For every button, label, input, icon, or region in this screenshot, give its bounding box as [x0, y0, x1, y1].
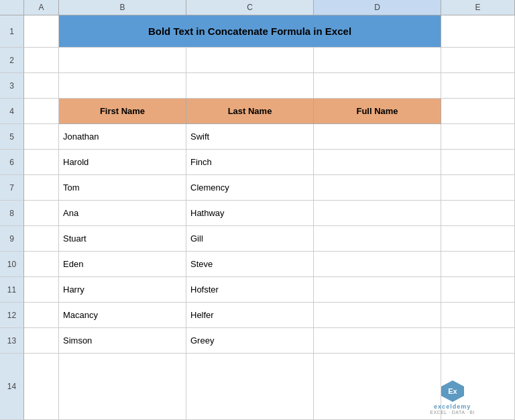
- row-num-2: 2: [0, 48, 24, 73]
- cell-c9[interactable]: Gill: [186, 226, 314, 252]
- cell-d6[interactable]: [314, 150, 441, 175]
- cell-e4[interactable]: [441, 99, 515, 124]
- cell-b2[interactable]: [59, 48, 186, 73]
- cell-e6[interactable]: [441, 150, 515, 175]
- row-10: 10 Eden Steve: [0, 252, 515, 277]
- cell-d5[interactable]: [314, 124, 441, 150]
- watermark-tagline: EXCEL · DATA · BI: [430, 410, 475, 415]
- cell-a14[interactable]: [24, 354, 59, 420]
- row-num-10: 10: [0, 252, 24, 277]
- cell-b8[interactable]: Ana: [59, 201, 186, 226]
- cell-c8[interactable]: Hathway: [186, 201, 314, 226]
- full-name-header: Full Name: [356, 106, 398, 116]
- cell-a12[interactable]: [24, 303, 59, 328]
- cell-c6[interactable]: Finch: [186, 150, 314, 175]
- col-header-e[interactable]: E: [441, 0, 515, 15]
- row-13: 13 Simson Greey: [0, 328, 515, 354]
- cell-a3[interactable]: [24, 73, 59, 99]
- row-2: 2: [0, 48, 515, 73]
- cell-d14[interactable]: [314, 354, 441, 420]
- cell-c7[interactable]: Clemency: [186, 175, 314, 201]
- cell-b11[interactable]: Harry: [59, 277, 186, 303]
- cell-c12[interactable]: Helfer: [186, 303, 314, 328]
- cell-b4-header[interactable]: First Name: [59, 99, 186, 124]
- cell-e9[interactable]: [441, 226, 515, 252]
- cell-b12[interactable]: Macancy: [59, 303, 186, 328]
- cell-d4-header[interactable]: Full Name: [314, 99, 441, 124]
- cell-d12[interactable]: [314, 303, 441, 328]
- col-header-d[interactable]: D: [314, 0, 441, 15]
- cell-a2[interactable]: [24, 48, 59, 73]
- row-7: 7 Tom Clemency: [0, 175, 515, 201]
- cell-c14[interactable]: [186, 354, 314, 420]
- row-num-14: 14: [0, 354, 24, 420]
- column-headers: A B C D E: [0, 0, 515, 15]
- col-header-a[interactable]: A: [24, 0, 59, 15]
- cell-e10[interactable]: [441, 252, 515, 277]
- cell-b7[interactable]: Tom: [59, 175, 186, 201]
- cell-b14[interactable]: [59, 354, 186, 420]
- row-11: 11 Harry Hofster: [0, 277, 515, 303]
- cell-b13[interactable]: Simson: [59, 328, 186, 354]
- row-num-13: 13: [0, 328, 24, 354]
- cell-a8[interactable]: [24, 201, 59, 226]
- cell-d3[interactable]: [314, 73, 441, 99]
- col-header-b[interactable]: B: [59, 0, 186, 15]
- cell-e13[interactable]: [441, 328, 515, 354]
- row-4: 4 First Name Last Name Full Name: [0, 99, 515, 124]
- cell-b9[interactable]: Stuart: [59, 226, 186, 252]
- corner-cell: [0, 0, 24, 15]
- cell-d8[interactable]: [314, 201, 441, 226]
- watermark-brand: exceldemy: [434, 403, 471, 410]
- cell-a4[interactable]: [24, 99, 59, 124]
- cell-c5[interactable]: Swift: [186, 124, 314, 150]
- cell-e7[interactable]: [441, 175, 515, 201]
- cell-c13[interactable]: Greey: [186, 328, 314, 354]
- cell-c2[interactable]: [186, 48, 314, 73]
- cell-d13[interactable]: [314, 328, 441, 354]
- cell-a13[interactable]: [24, 328, 59, 354]
- cell-b10[interactable]: Eden: [59, 252, 186, 277]
- row-num-9: 9: [0, 226, 24, 252]
- row-6: 6 Harold Finch: [0, 150, 515, 175]
- cell-d7[interactable]: [314, 175, 441, 201]
- cell-a7[interactable]: [24, 175, 59, 201]
- cell-d10[interactable]: [314, 252, 441, 277]
- cell-a11[interactable]: [24, 277, 59, 303]
- row-1: 1 Bold Text in Concatenate Formula in Ex…: [0, 15, 515, 48]
- cell-e5[interactable]: [441, 124, 515, 150]
- cell-a5[interactable]: [24, 124, 59, 150]
- cell-e12[interactable]: [441, 303, 515, 328]
- spreadsheet: A B C D E 1 Bold Text in Concatenate For…: [0, 0, 515, 420]
- cell-b6[interactable]: Harold: [59, 150, 186, 175]
- exceldemy-logo-icon: Ex: [440, 379, 465, 403]
- cell-e11[interactable]: [441, 277, 515, 303]
- cell-c11[interactable]: Hofster: [186, 277, 314, 303]
- cell-c4-header[interactable]: Last Name: [186, 99, 314, 124]
- row-3: 3: [0, 73, 515, 99]
- cell-e3[interactable]: [441, 73, 515, 99]
- title-text: Bold Text in Concatenate Formula in Exce…: [148, 25, 351, 37]
- col-header-c[interactable]: C: [186, 0, 314, 15]
- cell-d2[interactable]: [314, 48, 441, 73]
- cell-d9[interactable]: [314, 226, 441, 252]
- cell-b1-title[interactable]: Bold Text in Concatenate Formula in Exce…: [59, 15, 441, 48]
- cell-b5[interactable]: Jonathan: [59, 124, 186, 150]
- row-num-4: 4: [0, 99, 24, 124]
- cell-c10[interactable]: Steve: [186, 252, 314, 277]
- row-num-3: 3: [0, 73, 24, 99]
- cell-a6[interactable]: [24, 150, 59, 175]
- cell-b3[interactable]: [59, 73, 186, 99]
- cell-e1[interactable]: [441, 15, 515, 48]
- cell-a1[interactable]: [24, 15, 59, 48]
- cell-e8[interactable]: [441, 201, 515, 226]
- cell-a10[interactable]: [24, 252, 59, 277]
- cell-c3[interactable]: [186, 73, 314, 99]
- cell-a9[interactable]: [24, 226, 59, 252]
- cell-e2[interactable]: [441, 48, 515, 73]
- row-8: 8 Ana Hathway: [0, 201, 515, 226]
- row-9: 9 Stuart Gill: [0, 226, 515, 252]
- row-num-12: 12: [0, 303, 24, 328]
- cell-d11[interactable]: [314, 277, 441, 303]
- first-name-header: First Name: [100, 106, 145, 116]
